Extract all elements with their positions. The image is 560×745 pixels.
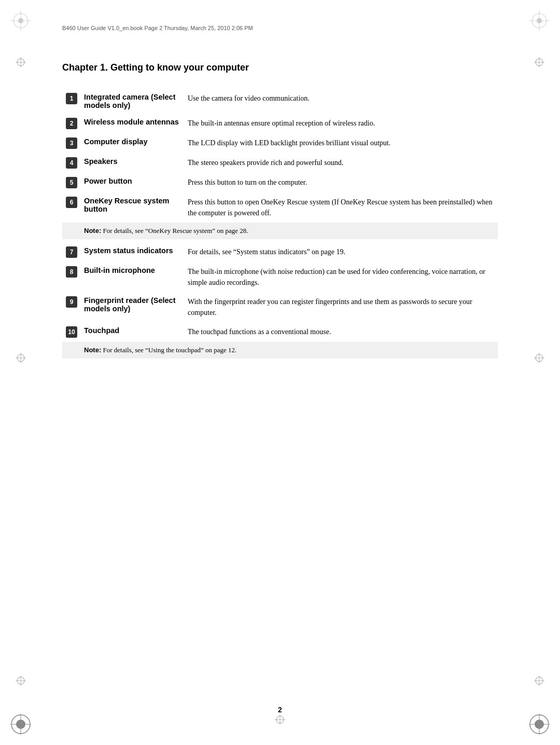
note-label: Note:: [84, 227, 101, 234]
item-description: The touchpad functions as a conventional…: [185, 322, 498, 342]
note-empty-cell: [62, 223, 81, 239]
note-row: Note: For details, see “Using the touchp…: [62, 342, 498, 358]
spacer-row: [62, 358, 498, 362]
item-description: The built-in microphone (with noise redu…: [185, 262, 498, 292]
item-description: Press this button to turn on the compute…: [185, 173, 498, 192]
item-description: The built-in antennas ensure optimal rec…: [185, 114, 498, 133]
table-row: 10TouchpadThe touchpad functions as a co…: [62, 322, 498, 342]
item-description: The stereo speakers provide rich and pow…: [185, 153, 498, 173]
table-row: 6OneKey Rescue system buttonPress this b…: [62, 192, 498, 223]
table-row: 7System status indicatorsFor details, se…: [62, 242, 498, 262]
item-number-badge: 4: [66, 157, 77, 169]
note-label: Note:: [84, 346, 101, 354]
reg-side-left-mid: [16, 353, 26, 365]
item-number-cell: 1: [62, 89, 81, 114]
table-row: 9Fingerprint reader (Select models only)…: [62, 292, 498, 322]
item-description: Press this button to open OneKey Rescue …: [185, 192, 498, 223]
item-number-cell: 3: [62, 133, 81, 153]
note-text: Note: For details, see “Using the touchp…: [81, 342, 498, 358]
item-number-cell: 9: [62, 292, 81, 322]
reg-mark-br: [529, 714, 550, 735]
item-description: For details, see “System status indicato…: [185, 242, 498, 262]
note-row: Note: For details, see “OneKey Rescue sy…: [62, 223, 498, 239]
item-label: System status indicators: [81, 242, 185, 262]
item-label: Power button: [81, 173, 185, 192]
header-meta-text: B460 User Guide V1.0_en.book Page 2 Thur…: [62, 25, 253, 31]
reg-mark-tr: [529, 10, 550, 31]
item-description: Use the camera for video communication.: [185, 89, 498, 114]
table-row: 8Built-in microphoneThe built-in microph…: [62, 262, 498, 292]
header-meta: B460 User Guide V1.0_en.book Page 2 Thur…: [62, 25, 253, 31]
table-row: 2Wireless module antennasThe built-in an…: [62, 114, 498, 133]
item-label: Wireless module antennas: [81, 114, 185, 133]
table-row: 4SpeakersThe stereo speakers provide ric…: [62, 153, 498, 173]
item-label: Speakers: [81, 153, 185, 173]
item-number-cell: 6: [62, 192, 81, 223]
item-number-badge: 8: [66, 266, 77, 278]
table-row: 5Power buttonPress this button to turn o…: [62, 173, 498, 192]
item-label: Integrated camera (Select models only): [81, 89, 185, 114]
reg-bottom-center: [275, 714, 285, 727]
item-number-cell: 7: [62, 242, 81, 262]
item-label: OneKey Rescue system button: [81, 192, 185, 223]
table-row: 1Integrated camera (Select models only)U…: [62, 89, 498, 114]
item-number-cell: 4: [62, 153, 81, 173]
note-empty-cell: [62, 342, 81, 358]
table-row: 3Computer displayThe LCD display with LE…: [62, 133, 498, 153]
item-number-badge: 10: [66, 326, 77, 338]
item-number-badge: 5: [66, 177, 77, 188]
item-description: With the fingerprint reader you can regi…: [185, 292, 498, 322]
page-number: 2: [278, 706, 282, 714]
item-number-badge: 9: [66, 296, 77, 308]
item-number-badge: 1: [66, 93, 77, 104]
item-number-cell: 10: [62, 322, 81, 342]
note-text: Note: For details, see “OneKey Rescue sy…: [81, 223, 498, 239]
chapter-title: Chapter 1. Getting to know your computer: [62, 62, 498, 73]
reg-mark-bl: [10, 714, 31, 735]
item-label: Computer display: [81, 133, 185, 153]
reg-mark-tl: [10, 10, 31, 31]
reg-side-right-mid: [534, 353, 544, 365]
item-number-badge: 2: [66, 118, 77, 129]
page: B460 User Guide V1.0_en.book Page 2 Thur…: [0, 0, 560, 745]
reg-side-right-bot: [534, 675, 544, 688]
item-label: Touchpad: [81, 322, 185, 342]
content-table: 1Integrated camera (Select models only)U…: [62, 89, 498, 362]
item-number-cell: 5: [62, 173, 81, 192]
item-label: Built-in microphone: [81, 262, 185, 292]
item-number-cell: 8: [62, 262, 81, 292]
item-number-badge: 3: [66, 137, 77, 149]
item-label: Fingerprint reader (Select models only): [81, 292, 185, 322]
reg-side-left-bot: [16, 675, 26, 688]
reg-side-left-top: [16, 57, 26, 70]
item-number-badge: 6: [66, 197, 77, 208]
item-number-cell: 2: [62, 114, 81, 133]
item-number-badge: 7: [66, 246, 77, 258]
item-description: The LCD display with LED backlight provi…: [185, 133, 498, 153]
reg-side-right-top: [534, 57, 544, 70]
